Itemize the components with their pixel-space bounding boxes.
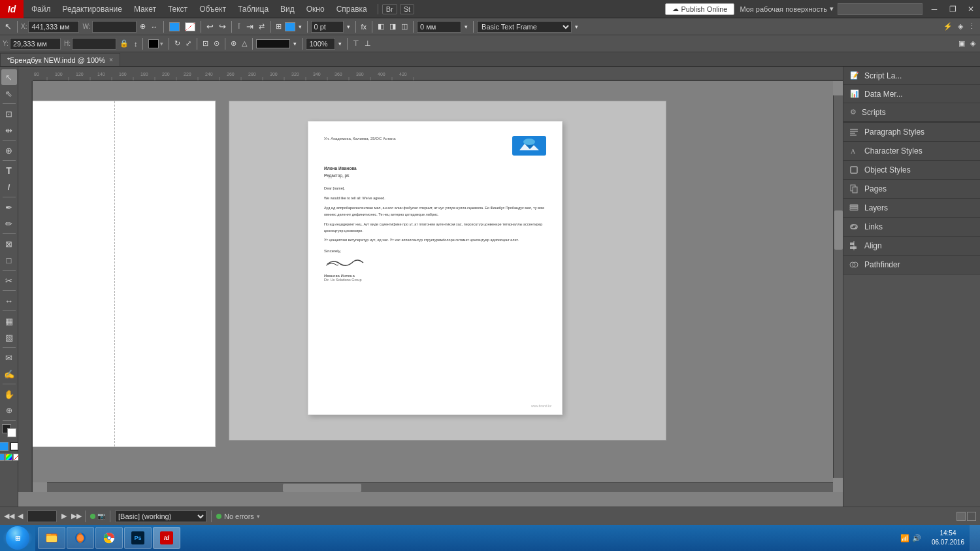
apply-color-icon[interactable] xyxy=(0,454,5,461)
hand-tool[interactable]: ✋ xyxy=(1,386,17,402)
scripts-panel[interactable]: ⚙ Scripts xyxy=(843,103,980,122)
start-button[interactable]: ⊞ xyxy=(0,525,35,551)
shear-icon[interactable]: ⤢ xyxy=(184,38,193,49)
gap-tool[interactable]: ⇹ xyxy=(1,122,17,138)
content-tool[interactable]: ⊕ xyxy=(1,142,17,158)
place-icon[interactable]: ⇥ xyxy=(244,20,255,33)
taskbar-photoshop[interactable]: Ps xyxy=(124,527,152,549)
color-arrow[interactable]: ▾ xyxy=(297,22,304,31)
color-swatches[interactable] xyxy=(2,424,16,437)
stroke-color-swatch[interactable] xyxy=(256,39,290,48)
bridge-button[interactable]: Br xyxy=(382,4,397,14)
extras-toggle-icon[interactable]: ◈ xyxy=(968,38,977,49)
menu-file[interactable]: Файл xyxy=(26,3,56,16)
align-vcenter-icon[interactable]: ⊥ xyxy=(363,38,373,49)
stroke-color-picker[interactable]: ▾ xyxy=(146,38,165,50)
gradient-feather-tool[interactable]: ▧ xyxy=(1,329,17,345)
pencil-tool[interactable]: ✏ xyxy=(1,216,17,231)
opacity-input[interactable] xyxy=(306,38,335,50)
stroke-weight-input[interactable] xyxy=(311,21,344,33)
h-input[interactable] xyxy=(72,38,116,50)
stroke-swatch[interactable] xyxy=(10,442,19,451)
taskbar-indesign[interactable]: Id xyxy=(153,527,180,549)
direct-selection-tool[interactable]: ⇖ xyxy=(1,86,17,101)
x-input[interactable] xyxy=(28,21,79,33)
document-canvas[interactable]: А В С НО 90×45 мм РК/ 12 pt ОБОЗНАЧЕНИЕ … xyxy=(33,81,843,492)
scrollbar-vertical[interactable] xyxy=(833,95,843,478)
free-transform-tool[interactable]: ↔ xyxy=(1,293,17,309)
restore-button[interactable]: ❐ xyxy=(943,0,962,18)
show-desktop-button[interactable] xyxy=(970,525,980,551)
position-arrow[interactable]: ▾ xyxy=(463,22,470,31)
taskbar-explorer[interactable] xyxy=(38,527,65,549)
close-button[interactable]: ✕ xyxy=(962,0,980,18)
layer-style-select[interactable]: [Basic] (working) xyxy=(115,510,206,522)
align-left-icon[interactable]: ◧ xyxy=(376,21,386,32)
pathfinder-header[interactable]: Pathfinder xyxy=(843,256,980,274)
panel-toggle-icon[interactable]: ▣ xyxy=(956,38,967,49)
view-options-icon[interactable]: ⋮ xyxy=(966,21,977,32)
content-tools-icon[interactable]: ◈ xyxy=(956,21,965,32)
menu-view[interactable]: Вид xyxy=(275,3,300,16)
menu-table[interactable]: Таблица xyxy=(233,3,274,16)
view-preview-button[interactable] xyxy=(967,512,976,521)
position-x-input[interactable] xyxy=(417,21,461,33)
line-tool[interactable]: / xyxy=(1,179,17,195)
canvas-area[interactable]: 80 100 120 140 160 180 200 220 240 260 2… xyxy=(18,67,843,507)
page-number-input[interactable]: S3 xyxy=(27,510,57,522)
taskbar-firefox[interactable] xyxy=(67,527,94,549)
pen-tool[interactable]: ✒ xyxy=(1,199,17,215)
unlink-icon[interactable]: ⊡ xyxy=(201,38,210,49)
w-input[interactable] xyxy=(92,21,137,33)
first-page-button[interactable]: ◀◀ xyxy=(4,512,13,521)
opacity-arrow[interactable]: ▾ xyxy=(336,39,344,48)
workspace-switcher[interactable]: Моя рабочая поверхность ▾ xyxy=(740,5,838,13)
rectangle-frame-tool[interactable]: ⊠ xyxy=(1,236,17,252)
menu-object[interactable]: Объект xyxy=(194,3,231,16)
selection-tool[interactable]: ↖ xyxy=(1,69,17,85)
align-top-icon[interactable]: ⊤ xyxy=(351,38,361,49)
text-on-path-icon[interactable]: ⊺ xyxy=(235,21,243,32)
pages-header[interactable]: Pages xyxy=(843,180,980,198)
zoom-tool[interactable]: ⊕ xyxy=(1,403,17,418)
redo-button[interactable]: ↪ xyxy=(217,20,228,33)
frame-style-arrow[interactable]: ▾ xyxy=(573,22,580,31)
publish-online-button[interactable]: ☁ Publish Online xyxy=(665,3,735,15)
object-frame-grid-icon[interactable]: ⊞ xyxy=(274,21,284,32)
transform-icon[interactable]: ⊕ xyxy=(138,21,148,32)
character-styles-header[interactable]: A Character Styles xyxy=(843,142,980,160)
minimize-button[interactable]: ─ xyxy=(925,0,943,18)
links-header[interactable]: Links xyxy=(843,218,980,236)
frame-style-select[interactable]: Basic Text Frame xyxy=(477,21,572,33)
constrain-proportions-icon[interactable]: 🔒 xyxy=(118,38,131,49)
menu-type[interactable]: Текст xyxy=(163,3,193,16)
preflight-icon[interactable]: ⚡ xyxy=(941,21,955,32)
data-merge-panel[interactable]: 📊 Data Mer... xyxy=(843,85,980,103)
fill-swatch[interactable] xyxy=(0,442,8,451)
align-right-icon[interactable]: ◫ xyxy=(399,21,410,32)
stock-button[interactable]: St xyxy=(400,4,414,14)
apply-gradient-icon[interactable] xyxy=(5,454,12,461)
gradient-tool[interactable]: ▦ xyxy=(1,313,17,329)
scissors-tool[interactable]: ✂ xyxy=(1,273,17,288)
align-header[interactable]: Align xyxy=(843,237,980,255)
split-icon[interactable]: ⊙ xyxy=(212,38,221,49)
stroke-arrow[interactable]: ▾ xyxy=(345,22,352,31)
undo-button[interactable]: ↩ xyxy=(204,20,216,33)
page-tool[interactable]: ⊡ xyxy=(1,106,17,122)
y-input[interactable] xyxy=(10,38,61,50)
next-page-button[interactable]: ▶ xyxy=(59,512,69,521)
rotate-icon[interactable]: ↻ xyxy=(172,38,182,49)
fill-none-icon[interactable] xyxy=(183,21,197,33)
flip-h-icon[interactable]: ↔ xyxy=(149,22,160,32)
object-styles-header[interactable]: Object Styles xyxy=(843,161,980,179)
taskbar-chrome[interactable] xyxy=(95,527,123,549)
convert-shape-icon[interactable]: △ xyxy=(240,38,249,49)
frame-content-tool[interactable]: ⊛ xyxy=(229,38,238,49)
document-tab[interactable]: *Брендбук NEW.indd @ 100% × xyxy=(0,53,120,66)
type-tool[interactable]: T xyxy=(1,163,17,178)
background-color[interactable] xyxy=(7,428,16,437)
link-frames-icon[interactable]: ⇄ xyxy=(257,21,267,32)
note-tool[interactable]: ✉ xyxy=(1,350,17,365)
tab-close-button[interactable]: × xyxy=(109,56,113,63)
